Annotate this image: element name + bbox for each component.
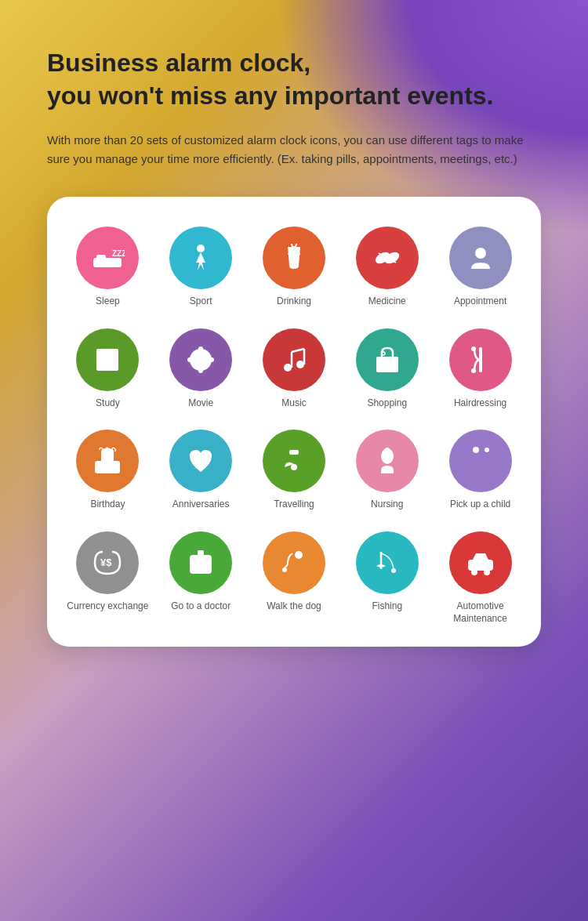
svg-text:¥$: ¥$	[100, 557, 112, 568]
icon-label-shopping: Shopping	[367, 397, 407, 410]
icon-label-doctor: Go to a doctor	[171, 600, 230, 613]
icon-item-movie: Movie	[156, 322, 246, 416]
study-icon	[76, 328, 139, 391]
icon-label-sport: Sport	[190, 296, 212, 308]
medicine-icon	[356, 227, 419, 289]
icon-label-birthday: Birthday	[90, 499, 125, 511]
icon-item-sleep: ZZZSleep	[63, 220, 153, 314]
movie-icon	[169, 328, 232, 391]
icon-item-music: Music	[249, 322, 339, 416]
icon-item-currency: ¥$Currency exchange	[63, 525, 153, 631]
svg-rect-1	[96, 255, 106, 259]
svg-point-11	[197, 356, 205, 364]
svg-rect-31	[385, 451, 390, 458]
icon-card: ZZZSleepSportDrinkingMedicineAppointment…	[47, 197, 541, 647]
hairdressing-icon	[449, 328, 512, 391]
svg-point-15	[209, 357, 214, 362]
nursing-icon	[356, 430, 419, 492]
icon-item-shopping: Shopping	[342, 322, 432, 416]
svg-point-28	[291, 464, 297, 470]
description-text: With more than 20 sets of customized ala…	[47, 131, 541, 169]
icon-item-drinking: Drinking	[249, 220, 339, 314]
fishing-icon	[356, 531, 419, 594]
icon-grid: ZZZSleepSportDrinkingMedicineAppointment…	[63, 220, 525, 631]
svg-line-20	[292, 349, 304, 352]
icon-label-drinking: Drinking	[277, 296, 311, 308]
walkdog-icon	[263, 531, 325, 594]
sleep-icon: ZZZ	[76, 227, 139, 289]
travelling-icon	[263, 430, 325, 492]
icon-label-movie: Movie	[188, 397, 213, 410]
icon-label-hairdressing: Hairdressing	[454, 397, 506, 410]
svg-point-41	[282, 567, 287, 572]
sport-icon	[169, 227, 232, 289]
svg-rect-29	[289, 450, 299, 455]
icon-item-fishing: Fishing	[342, 525, 432, 631]
svg-rect-21	[376, 357, 398, 372]
svg-text:ZZZ: ZZZ	[112, 249, 125, 258]
icon-label-anniversaries: Anniversaries	[172, 499, 230, 511]
svg-rect-26	[95, 461, 120, 473]
icon-item-automotive: Automotive Maintenance	[435, 525, 525, 631]
svg-point-24	[471, 346, 476, 351]
icon-label-study: Study	[96, 397, 120, 410]
svg-rect-46	[470, 563, 476, 567]
icon-label-currency: Currency exchange	[67, 600, 148, 613]
icon-item-medicine: Medicine	[342, 220, 432, 314]
svg-point-42	[391, 568, 396, 573]
headline: Business alarm clock, you won't miss any…	[47, 47, 541, 112]
main-content: Business alarm clock, you won't miss any…	[0, 0, 588, 678]
icon-item-sport: Sport	[156, 220, 246, 314]
svg-rect-47	[485, 563, 492, 567]
doctor-icon	[169, 531, 232, 594]
svg-point-16	[284, 364, 292, 372]
icon-label-travelling: Travelling	[274, 499, 314, 511]
icon-item-anniversaries: Anniversaries	[156, 423, 246, 517]
icon-label-music: Music	[281, 397, 306, 410]
music-icon	[263, 328, 325, 391]
icon-item-pickup: Pick up a child	[435, 423, 525, 517]
svg-point-12	[198, 346, 203, 351]
icon-label-automotive: Automotive Maintenance	[438, 600, 522, 625]
icon-label-walkdog: Walk the dog	[267, 600, 321, 613]
icon-item-nursing: Nursing	[342, 423, 432, 517]
anniversaries-icon	[169, 430, 232, 492]
svg-point-22	[382, 352, 385, 355]
icon-item-walkdog: Walk the dog	[249, 525, 339, 631]
svg-point-40	[295, 551, 303, 559]
currency-icon: ¥$	[76, 531, 139, 594]
icon-item-doctor: Go to a doctor	[156, 525, 246, 631]
icon-label-appointment: Appointment	[454, 296, 506, 308]
svg-point-17	[296, 361, 304, 368]
headline-line2: you won't miss any important events.	[47, 82, 494, 110]
shopping-icon	[356, 328, 419, 391]
icon-item-appointment: Appointment	[435, 220, 525, 314]
svg-point-34	[485, 448, 489, 452]
icon-item-birthday: Birthday	[63, 423, 153, 517]
svg-point-13	[198, 368, 203, 373]
icon-item-travelling: Travelling	[249, 423, 339, 517]
automotive-icon	[449, 531, 512, 594]
icon-label-sleep: Sleep	[96, 296, 120, 308]
svg-point-14	[187, 357, 192, 362]
drinking-icon	[263, 227, 325, 289]
svg-point-44	[471, 569, 477, 575]
svg-rect-37	[198, 550, 204, 558]
svg-point-32	[385, 448, 390, 452]
icon-label-medicine: Medicine	[368, 296, 406, 308]
birthday-icon	[76, 430, 139, 492]
appointment-icon	[449, 227, 512, 289]
svg-point-25	[471, 368, 476, 373]
svg-point-33	[473, 447, 479, 453]
icon-label-nursing: Nursing	[371, 499, 403, 511]
icon-item-study: Study	[63, 322, 153, 416]
icon-label-fishing: Fishing	[372, 600, 402, 613]
icon-label-pickup: Pick up a child	[450, 499, 510, 511]
pickup-icon	[449, 430, 512, 492]
svg-point-3	[197, 245, 205, 252]
svg-rect-4	[288, 253, 300, 255]
headline-line1: Business alarm clock,	[47, 49, 310, 77]
icon-item-hairdressing: Hairdressing	[435, 322, 525, 416]
svg-point-45	[484, 569, 490, 575]
